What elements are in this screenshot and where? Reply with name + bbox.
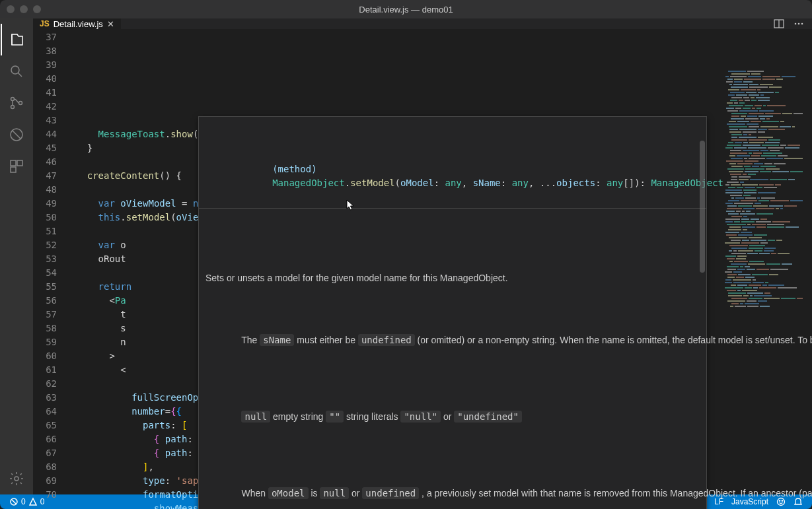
svg-point-3 xyxy=(11,106,15,109)
tab-detail-view[interactable]: JS Detail.view.js ✕ xyxy=(33,18,122,29)
extensions-icon[interactable] xyxy=(1,151,32,182)
svg-point-2 xyxy=(11,98,15,101)
titlebar: Detail.view.js — demo01 xyxy=(0,0,812,18)
zoom-window-button[interactable] xyxy=(33,5,41,13)
svg-rect-7 xyxy=(11,160,16,166)
line-number-gutter: 3738394041424344454647484950515253545556… xyxy=(33,29,65,509)
svg-point-4 xyxy=(19,102,22,105)
minimize-window-button[interactable] xyxy=(20,5,28,13)
svg-point-14 xyxy=(798,23,800,25)
source-control-icon[interactable] xyxy=(1,87,32,119)
tab-bar: JS Detail.view.js ✕ xyxy=(33,18,812,29)
more-actions-icon[interactable] xyxy=(794,18,804,29)
hover-scrollbar[interactable] xyxy=(700,141,705,273)
settings-gear-icon[interactable] xyxy=(1,463,32,494)
svg-point-13 xyxy=(795,23,797,25)
svg-line-1 xyxy=(18,73,22,77)
svg-line-17 xyxy=(12,500,16,504)
close-tab-icon[interactable]: ✕ xyxy=(107,19,114,29)
hover-documentation: Sets or unsets a model for the given mod… xyxy=(199,236,706,509)
code-area[interactable]: (method) ManagedObject.setModel(oModel: … xyxy=(65,29,812,509)
svg-rect-9 xyxy=(11,167,16,172)
close-window-button[interactable] xyxy=(7,5,15,13)
window-title: Detail.view.js — demo01 xyxy=(359,5,453,15)
editor-group: JS Detail.view.js ✕ 37383940414243444546… xyxy=(33,18,812,494)
explorer-icon[interactable] xyxy=(1,24,32,55)
traffic-lights xyxy=(0,5,41,13)
hover-signature: (method) ManagedObject.setModel(oModel: … xyxy=(199,145,706,209)
tab-filename: Detail.view.js xyxy=(54,19,103,29)
js-file-icon: JS xyxy=(40,19,50,28)
debug-icon[interactable] xyxy=(1,119,32,151)
activity-bar xyxy=(0,18,33,494)
editor-body[interactable]: 3738394041424344454647484950515253545556… xyxy=(33,29,812,509)
split-editor-icon[interactable] xyxy=(774,18,784,29)
svg-point-0 xyxy=(11,66,19,74)
svg-line-6 xyxy=(13,131,20,139)
svg-point-10 xyxy=(15,477,18,481)
svg-rect-8 xyxy=(17,160,22,166)
svg-point-15 xyxy=(801,23,803,25)
intellisense-hover-tooltip[interactable]: (method) ManagedObject.setModel(oModel: … xyxy=(198,116,707,509)
search-icon[interactable] xyxy=(1,55,32,87)
